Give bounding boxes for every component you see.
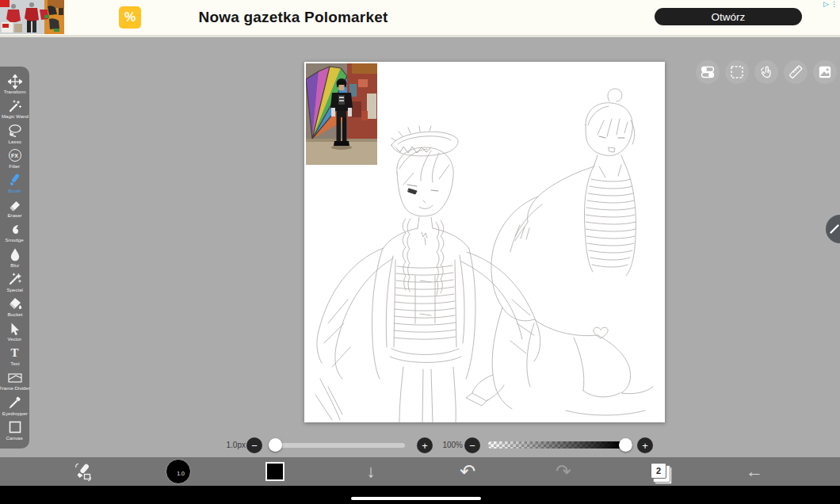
- size-decrease-button[interactable]: −: [246, 437, 262, 453]
- tool-label: Lasso: [8, 139, 21, 144]
- undo-icon: ↶: [460, 457, 475, 486]
- percent-badge-icon: %: [119, 6, 141, 29]
- tool-label: Magic Wand: [1, 114, 28, 120]
- undo-button[interactable]: ↶: [455, 457, 480, 486]
- layers-button[interactable]: 2: [650, 462, 667, 479]
- side-drawer-handle[interactable]: [826, 215, 840, 243]
- sidebar-item-bucket[interactable]: Bucket: [0, 297, 29, 317]
- brush-preview-size: 1.0: [177, 471, 185, 476]
- brush-settings-bar: 1.0px − + 100% − +: [0, 433, 840, 458]
- sidebar-item-eraser[interactable]: Eraser: [0, 198, 29, 218]
- bottom-toolbar: 1.0 ↓ ↶ ↷ 2 ←: [0, 457, 840, 486]
- sidebar-item-eyedropper[interactable]: Eyedropper: [0, 396, 29, 416]
- sidebar-item-frame-divider[interactable]: Frame Divider: [0, 371, 29, 391]
- ad-open-button[interactable]: Otwórz: [655, 8, 802, 25]
- sketch-right-figure: [466, 89, 653, 415]
- sketch-artwork[interactable]: [304, 62, 665, 422]
- back-button[interactable]: ←: [742, 457, 767, 486]
- frame-divider-icon: [7, 371, 23, 384]
- tool-label: Brush: [8, 188, 21, 193]
- tool-label: Smudge: [6, 237, 24, 242]
- ad-thumbnail-image[interactable]: [0, 0, 64, 34]
- size-increase-button[interactable]: +: [417, 437, 433, 453]
- selection-marquee-button[interactable]: [725, 60, 749, 84]
- eyedropper-icon: [8, 396, 22, 410]
- tool-label: Eraser: [7, 212, 21, 218]
- sidebar-item-magic-wand[interactable]: Magic Wand: [0, 99, 29, 119]
- redo-icon: ↷: [556, 457, 571, 486]
- opacity-slider-track[interactable]: [488, 441, 632, 449]
- ad-banner-divider: [0, 35, 840, 37]
- opacity-slider-thumb[interactable]: [619, 438, 632, 452]
- lasso-icon: [7, 124, 23, 138]
- eraser-icon: [8, 198, 22, 212]
- special-pen-icon: [8, 273, 22, 286]
- canvas-icon: [8, 421, 22, 434]
- sidebar-item-vector[interactable]: Vector: [0, 322, 29, 342]
- vector-cursor-icon: [8, 322, 22, 335]
- stabilizer-settings-button[interactable]: [696, 60, 720, 84]
- tool-sidebar: Transform Magic Wand Lasso FX: [0, 67, 29, 449]
- sketch-left-figure: [315, 126, 540, 422]
- app-screen: % Nowa gazetka Polomarket Otwórz ▷⋮ Tran…: [0, 0, 840, 504]
- smudge-icon: [8, 223, 22, 236]
- brush-eraser-toggle-button[interactable]: [63, 457, 104, 486]
- tool-label: Frame Divider: [0, 386, 30, 391]
- drawing-canvas[interactable]: [304, 62, 665, 422]
- top-right-toolbar: [696, 60, 837, 84]
- adchoices-triangle-icon: ▷: [823, 0, 829, 8]
- tool-label: Text: [10, 361, 19, 366]
- hide-panel-button[interactable]: ↓: [358, 457, 384, 486]
- tool-label: Filter: [10, 163, 21, 169]
- import-image-button[interactable]: [813, 60, 837, 84]
- filter-fx-icon: FX: [9, 149, 21, 162]
- redo-button[interactable]: ↷: [551, 457, 576, 486]
- tool-label: Vector: [8, 336, 22, 342]
- brush-icon: [8, 174, 22, 187]
- back-arrow-icon: ←: [746, 457, 763, 486]
- tool-label: Special: [6, 287, 22, 292]
- sidebar-item-canvas[interactable]: Canvas: [0, 421, 29, 441]
- size-slider-track[interactable]: [269, 443, 405, 448]
- sidebar-item-filter[interactable]: FX Filter: [0, 149, 29, 169]
- sidebar-item-blur[interactable]: Blur: [0, 248, 29, 268]
- brush-preview-button[interactable]: 1.0: [166, 459, 191, 484]
- sidebar-item-smudge[interactable]: Smudge: [0, 223, 29, 242]
- sidebar-item-lasso[interactable]: Lasso: [0, 124, 29, 144]
- tool-label: Canvas: [6, 435, 23, 441]
- sidebar-item-text[interactable]: T Text: [0, 346, 29, 366]
- ad-title[interactable]: Nowa gazetka Polomarket: [151, 0, 436, 35]
- touch-gesture-button[interactable]: [754, 60, 778, 84]
- blur-drop-icon: [8, 248, 22, 262]
- layers-stack-icon: 2: [651, 463, 666, 479]
- tool-label: Bucket: [7, 311, 22, 317]
- current-color-swatch[interactable]: [265, 462, 284, 481]
- ad-banner[interactable]: % Nowa gazetka Polomarket Otwórz ▷⋮: [0, 0, 840, 35]
- text-tool-icon: T: [10, 346, 18, 360]
- sidebar-item-brush[interactable]: Brush: [0, 174, 29, 193]
- system-nav-bar: [0, 486, 840, 504]
- tool-label: Transform: [4, 89, 26, 94]
- adchoices-dots-icon: ⋮: [830, 0, 838, 8]
- opacity-decrease-button[interactable]: −: [464, 437, 480, 453]
- bucket-icon: [8, 297, 22, 311]
- adchoices-icon[interactable]: ▷⋮: [823, 0, 838, 8]
- transform-move-icon: [8, 74, 22, 88]
- down-arrow-icon: ↓: [367, 457, 376, 486]
- layer-count-badge: 2: [651, 463, 666, 479]
- ruler-button[interactable]: [784, 60, 808, 84]
- sidebar-item-special[interactable]: Special: [0, 273, 29, 292]
- brush-size-value: 1.0px: [214, 441, 246, 449]
- opacity-increase-button[interactable]: +: [637, 437, 653, 453]
- tool-label: Eyedropper: [2, 410, 28, 416]
- size-slider-thumb[interactable]: [269, 438, 282, 452]
- sidebar-item-transform[interactable]: Transform: [0, 74, 29, 94]
- magic-wand-icon: [8, 99, 22, 113]
- home-indicator[interactable]: [351, 497, 481, 500]
- brush-opacity-value: 100%: [434, 441, 463, 449]
- tool-label: Blur: [10, 262, 19, 268]
